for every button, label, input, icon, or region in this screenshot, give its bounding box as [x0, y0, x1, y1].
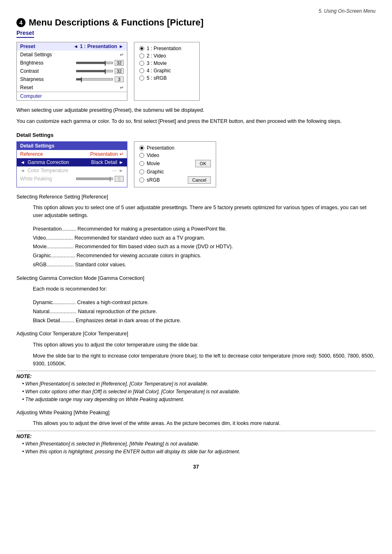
preset-sub-label-3: 3 : Movie — [147, 60, 167, 66]
contrast-thumb — [105, 69, 106, 74]
detail-menu-title: Detail Settings — [17, 142, 127, 150]
contrast-row[interactable]: Contrast 32 — [17, 67, 127, 75]
brightness-thumb — [105, 61, 106, 66]
preset-label: Preset — [20, 44, 74, 49]
brightness-value: 32 — [115, 60, 124, 66]
reset-row[interactable]: Reset ↵ — [17, 83, 127, 92]
brightness-row[interactable]: Brightness 32 — [17, 59, 127, 67]
sharpness-value: 3 — [115, 76, 124, 82]
ref-item-2: Video................... Recommended for… — [33, 234, 376, 242]
reference-row[interactable]: Reference Presentation ↵ — [17, 150, 127, 158]
gamma-item-3: Black Detail.......... Emphasizes detail… — [33, 317, 376, 325]
preset-sub-item-2[interactable]: 2 : Video — [139, 52, 194, 60]
preset-sub-radio-4 — [139, 68, 144, 73]
reference-value: Presentation — [90, 151, 118, 157]
detail-sub-radio-2 — [139, 153, 144, 158]
gamma-desc: Each mode is recommended for: — [33, 285, 376, 293]
color-temp-main-heading: Adjusting Color Temperature [Color Tempe… — [16, 330, 376, 338]
sharpness-label: Sharpness — [20, 76, 72, 82]
preset-arrow-left[interactable]: ◄ — [74, 44, 78, 49]
color-temperature-label: Color Temperature — [28, 168, 68, 173]
detail-sub-item-1[interactable]: Presentation — [139, 144, 211, 152]
gamma-section: Selecting Gamma Correction Mode [Gamma C… — [16, 275, 376, 325]
preset-sub-label-5: 5 : sRGB — [147, 75, 167, 81]
white-peaking-slider-container: 5 — [54, 176, 124, 182]
ok-button[interactable]: OK — [195, 160, 211, 167]
preset-submenu: 1 : Presentation 2 : Video 3 : Movie 4 :… — [134, 42, 200, 101]
detail-sub-item-2[interactable]: Video — [139, 152, 211, 159]
preset-menu-box: Preset ◄ 1 : Presentation ► Detail Setti… — [16, 42, 127, 101]
detail-submenu: Presentation Video Movie OK Graphic sRGB… — [134, 141, 216, 187]
detail-sub-label-2: Video — [147, 152, 159, 158]
detail-sub-item-3-inner: Movie — [139, 161, 160, 166]
white-peaking-value: 5 — [115, 176, 124, 182]
reference-items: Presentation.......... Recommended for m… — [33, 225, 376, 269]
gamma-item-1: Dynamic................ Creates a high-c… — [33, 299, 376, 307]
brightness-track[interactable] — [76, 62, 113, 64]
preset-sub-item-3[interactable]: 3 : Movie — [139, 60, 194, 67]
color-temp-desc2: Move the slide bar to the right to incre… — [33, 352, 376, 368]
sharpness-slider-container: 3 — [72, 76, 124, 82]
detail-sub-radio-3 — [139, 161, 144, 166]
preset-heading: Preset — [16, 30, 34, 38]
gamma-item-2: Natural................... Natural repro… — [33, 308, 376, 316]
gamma-correction-arrow-right[interactable]: ► — [119, 159, 124, 165]
white-peaking-fill — [76, 178, 111, 180]
preset-sub-radio-1 — [139, 46, 144, 51]
reset-label: Reset — [20, 85, 120, 90]
sharpness-row[interactable]: Sharpness 3 — [17, 75, 127, 83]
sharpness-track[interactable] — [76, 78, 113, 81]
preset-sub-item-1[interactable]: 1 : Presentation — [139, 45, 194, 52]
reference-desc: This option allows you to select one of … — [33, 204, 376, 219]
ref-item-1: Presentation.......... Recommended for m… — [33, 225, 376, 233]
preset-row[interactable]: Preset ◄ 1 : Presentation ► — [17, 42, 127, 51]
detail-settings-enter: ↵ — [120, 52, 124, 58]
ref-item-5: sRGB................... Standard color v… — [33, 261, 376, 269]
color-temp-desc1: This option allows you to adjust the col… — [33, 341, 376, 349]
color-temp-note-2: When color options other than [Off] is s… — [22, 388, 376, 395]
title-text: Menu Descriptions & Functions [Picture] — [29, 17, 203, 28]
white-peaking-desc: This allows you to adjust the drive leve… — [33, 420, 376, 427]
preset-sub-item-4[interactable]: 4 : Graphic — [139, 67, 194, 74]
detail-sub-radio-1 — [139, 145, 144, 150]
detail-sub-label-4: Graphic — [147, 169, 164, 175]
detail-sub-item-4[interactable]: Graphic — [139, 168, 211, 175]
gamma-heading: Selecting Gamma Correction Mode [Gamma C… — [16, 275, 376, 282]
color-temp-arrow-right: ► — [119, 168, 124, 173]
brightness-fill — [76, 62, 105, 64]
gamma-correction-arrow-left[interactable]: ◄ — [20, 159, 25, 165]
gamma-correction-label: Gamma Correction — [28, 159, 69, 165]
cancel-button[interactable]: Cancel — [188, 176, 211, 184]
detail-sub-item-5[interactable]: sRGB Cancel — [139, 175, 211, 185]
detail-settings-row[interactable]: Detail Settings ↵ — [17, 51, 127, 59]
sharpness-thumb — [81, 77, 82, 82]
color-temp-value-area: --- ► — [112, 168, 124, 173]
detail-sub-label-1: Presentation — [147, 145, 174, 151]
gamma-correction-value-area: Black Detail ► — [91, 159, 124, 165]
preset-arrow-right[interactable]: ► — [119, 44, 124, 49]
white-peaking-row: White Peaking 5 — [17, 175, 127, 183]
preset-name: Presentation — [87, 44, 117, 49]
color-temp-value: --- — [112, 168, 117, 173]
preset-sub-radio-2 — [139, 53, 144, 58]
contrast-label: Contrast — [20, 68, 72, 74]
detail-sub-radio-5 — [139, 178, 144, 182]
white-peaking-note-2: When this option is highlighted, pressin… — [22, 448, 376, 455]
white-peaking-note-title: NOTE: — [16, 434, 376, 439]
gamma-correction-row[interactable]: ◄ Gamma Correction Black Detail ► — [17, 158, 127, 166]
preset-sub-radio-3 — [139, 61, 144, 66]
color-temp-arrow-left: ◄ — [20, 168, 25, 173]
detail-settings-heading: Detail Settings — [16, 132, 376, 138]
white-peaking-main-heading: Adjusting White Peaking [White Peaking] — [16, 409, 376, 417]
preset-sub-item-5[interactable]: 5 : sRGB — [139, 74, 194, 82]
white-peaking-label: White Peaking — [20, 176, 52, 182]
detail-sub-item-3[interactable]: Movie OK — [139, 159, 211, 168]
gamma-items: Dynamic................ Creates a high-c… — [33, 299, 376, 324]
color-temp-note-title: NOTE: — [16, 374, 376, 379]
preset-desc1: When selecting user adjustable presettin… — [16, 106, 376, 114]
color-temperature-row: ◄ Color Temperature --- ► — [17, 166, 127, 175]
color-temp-note-3: The adjustable range may vary depending … — [22, 396, 376, 403]
preset-sub-label-2: 2 : Video — [147, 53, 166, 59]
color-temp-note-1: When [Presentation] is selected in [Refe… — [22, 381, 376, 388]
contrast-track[interactable] — [76, 70, 113, 72]
